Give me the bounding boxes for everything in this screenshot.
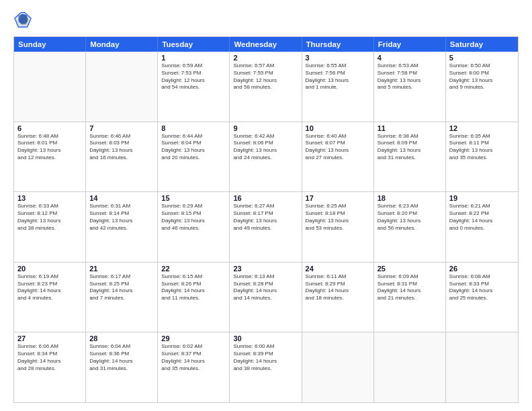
day-number: 15 xyxy=(161,194,226,202)
cell-info: Sunrise: 6:46 AM Sunset: 8:03 PM Dayligh… xyxy=(89,133,154,162)
calendar-row: 27Sunrise: 6:06 AM Sunset: 8:34 PM Dayli… xyxy=(14,332,518,402)
calendar-cell: 23Sunrise: 6:13 AM Sunset: 8:28 PM Dayli… xyxy=(230,263,302,332)
weekday-header: Sunday xyxy=(14,37,86,52)
calendar-header: SundayMondayTuesdayWednesdayThursdayFrid… xyxy=(14,37,518,52)
cell-info: Sunrise: 6:00 AM Sunset: 8:39 PM Dayligh… xyxy=(233,343,298,372)
day-number: 30 xyxy=(233,334,298,342)
weekday-header: Friday xyxy=(374,37,446,52)
calendar-cell: 18Sunrise: 6:23 AM Sunset: 8:20 PM Dayli… xyxy=(374,192,446,262)
cell-info: Sunrise: 6:57 AM Sunset: 7:55 PM Dayligh… xyxy=(233,62,298,91)
cell-info: Sunrise: 6:19 AM Sunset: 8:23 PM Dayligh… xyxy=(17,273,82,302)
cell-info: Sunrise: 6:09 AM Sunset: 8:31 PM Dayligh… xyxy=(378,273,442,302)
cell-info: Sunrise: 6:08 AM Sunset: 8:33 PM Dayligh… xyxy=(449,273,515,302)
calendar-cell: 24Sunrise: 6:11 AM Sunset: 8:29 PM Dayli… xyxy=(302,263,374,332)
header xyxy=(13,11,519,30)
calendar-cell: 29Sunrise: 6:02 AM Sunset: 8:37 PM Dayli… xyxy=(158,332,230,402)
day-number: 25 xyxy=(378,265,442,273)
cell-info: Sunrise: 6:59 AM Sunset: 7:53 PM Dayligh… xyxy=(161,62,226,91)
day-number: 24 xyxy=(306,265,370,273)
cell-info: Sunrise: 6:04 AM Sunset: 8:36 PM Dayligh… xyxy=(89,343,154,372)
day-number: 7 xyxy=(89,124,154,132)
calendar-cell: 10Sunrise: 6:40 AM Sunset: 8:07 PM Dayli… xyxy=(302,122,374,192)
day-number: 28 xyxy=(89,334,154,342)
calendar-row: 20Sunrise: 6:19 AM Sunset: 8:23 PM Dayli… xyxy=(14,262,518,332)
cell-info: Sunrise: 6:21 AM Sunset: 8:22 PM Dayligh… xyxy=(449,203,515,232)
day-number: 26 xyxy=(449,265,515,273)
day-number: 4 xyxy=(378,54,442,62)
day-number: 3 xyxy=(306,54,370,62)
calendar-cell: 3Sunrise: 6:55 AM Sunset: 7:56 PM Daylig… xyxy=(302,52,374,122)
calendar-cell: 9Sunrise: 6:42 AM Sunset: 8:06 PM Daylig… xyxy=(230,122,302,192)
day-number: 1 xyxy=(161,54,226,62)
calendar-cell: 30Sunrise: 6:00 AM Sunset: 8:39 PM Dayli… xyxy=(230,332,302,402)
calendar-cell: 13Sunrise: 6:33 AM Sunset: 8:12 PM Dayli… xyxy=(14,192,86,262)
cell-info: Sunrise: 6:50 AM Sunset: 8:00 PM Dayligh… xyxy=(449,62,515,91)
calendar-cell xyxy=(86,52,158,122)
calendar-cell xyxy=(446,332,518,402)
cell-info: Sunrise: 6:15 AM Sunset: 8:26 PM Dayligh… xyxy=(161,273,226,302)
weekday-header: Wednesday xyxy=(230,37,302,52)
calendar-cell: 14Sunrise: 6:31 AM Sunset: 8:14 PM Dayli… xyxy=(86,192,158,262)
cell-info: Sunrise: 6:55 AM Sunset: 7:56 PM Dayligh… xyxy=(306,62,370,91)
day-number: 18 xyxy=(378,194,442,202)
day-number: 29 xyxy=(161,334,226,342)
day-number: 21 xyxy=(89,265,154,273)
cell-info: Sunrise: 6:42 AM Sunset: 8:06 PM Dayligh… xyxy=(233,133,298,162)
cell-info: Sunrise: 6:02 AM Sunset: 8:37 PM Dayligh… xyxy=(161,343,226,372)
calendar: SundayMondayTuesdayWednesdayThursdayFrid… xyxy=(13,36,519,403)
calendar-cell: 25Sunrise: 6:09 AM Sunset: 8:31 PM Dayli… xyxy=(374,263,446,332)
cell-info: Sunrise: 6:38 AM Sunset: 8:09 PM Dayligh… xyxy=(378,133,442,162)
weekday-header: Saturday xyxy=(446,37,518,52)
day-number: 11 xyxy=(378,124,442,132)
cell-info: Sunrise: 6:17 AM Sunset: 8:25 PM Dayligh… xyxy=(89,273,154,302)
day-number: 22 xyxy=(161,265,226,273)
calendar-cell: 7Sunrise: 6:46 AM Sunset: 8:03 PM Daylig… xyxy=(86,122,158,192)
calendar-cell: 27Sunrise: 6:06 AM Sunset: 8:34 PM Dayli… xyxy=(14,332,86,402)
weekday-header: Tuesday xyxy=(158,37,230,52)
day-number: 9 xyxy=(233,124,298,132)
cell-info: Sunrise: 6:11 AM Sunset: 8:29 PM Dayligh… xyxy=(306,273,370,302)
calendar-cell: 12Sunrise: 6:35 AM Sunset: 8:11 PM Dayli… xyxy=(446,122,518,192)
calendar-cell: 16Sunrise: 6:27 AM Sunset: 8:17 PM Dayli… xyxy=(230,192,302,262)
calendar-cell: 20Sunrise: 6:19 AM Sunset: 8:23 PM Dayli… xyxy=(14,263,86,332)
logo-icon xyxy=(13,11,32,30)
calendar-row: 1Sunrise: 6:59 AM Sunset: 7:53 PM Daylig… xyxy=(14,52,518,122)
cell-info: Sunrise: 6:40 AM Sunset: 8:07 PM Dayligh… xyxy=(306,133,370,162)
cell-info: Sunrise: 6:33 AM Sunset: 8:12 PM Dayligh… xyxy=(17,203,82,232)
calendar-row: 6Sunrise: 6:48 AM Sunset: 8:01 PM Daylig… xyxy=(14,122,518,192)
calendar-cell xyxy=(374,332,446,402)
calendar-cell: 8Sunrise: 6:44 AM Sunset: 8:04 PM Daylig… xyxy=(158,122,230,192)
day-number: 13 xyxy=(17,194,82,202)
calendar-body: 1Sunrise: 6:59 AM Sunset: 7:53 PM Daylig… xyxy=(14,52,518,402)
calendar-cell xyxy=(14,52,86,122)
cell-info: Sunrise: 6:06 AM Sunset: 8:34 PM Dayligh… xyxy=(17,343,82,372)
calendar-cell: 17Sunrise: 6:25 AM Sunset: 8:18 PM Dayli… xyxy=(302,192,374,262)
day-number: 20 xyxy=(17,265,82,273)
cell-info: Sunrise: 6:27 AM Sunset: 8:17 PM Dayligh… xyxy=(233,203,298,232)
cell-info: Sunrise: 6:31 AM Sunset: 8:14 PM Dayligh… xyxy=(89,203,154,232)
day-number: 27 xyxy=(17,334,82,342)
cell-info: Sunrise: 6:44 AM Sunset: 8:04 PM Dayligh… xyxy=(161,133,226,162)
day-number: 5 xyxy=(449,54,515,62)
weekday-header: Thursday xyxy=(302,37,374,52)
day-number: 6 xyxy=(17,124,82,132)
day-number: 16 xyxy=(233,194,298,202)
cell-info: Sunrise: 6:13 AM Sunset: 8:28 PM Dayligh… xyxy=(233,273,298,302)
cell-info: Sunrise: 6:29 AM Sunset: 8:15 PM Dayligh… xyxy=(161,203,226,232)
calendar-cell: 19Sunrise: 6:21 AM Sunset: 8:22 PM Dayli… xyxy=(446,192,518,262)
calendar-cell: 5Sunrise: 6:50 AM Sunset: 8:00 PM Daylig… xyxy=(446,52,518,122)
page: SundayMondayTuesdayWednesdayThursdayFrid… xyxy=(0,0,532,411)
cell-info: Sunrise: 6:53 AM Sunset: 7:58 PM Dayligh… xyxy=(378,62,442,91)
calendar-cell: 4Sunrise: 6:53 AM Sunset: 7:58 PM Daylig… xyxy=(374,52,446,122)
calendar-cell: 2Sunrise: 6:57 AM Sunset: 7:55 PM Daylig… xyxy=(230,52,302,122)
cell-info: Sunrise: 6:48 AM Sunset: 8:01 PM Dayligh… xyxy=(17,133,82,162)
calendar-cell: 21Sunrise: 6:17 AM Sunset: 8:25 PM Dayli… xyxy=(86,263,158,332)
calendar-cell: 22Sunrise: 6:15 AM Sunset: 8:26 PM Dayli… xyxy=(158,263,230,332)
cell-info: Sunrise: 6:25 AM Sunset: 8:18 PM Dayligh… xyxy=(306,203,370,232)
calendar-cell: 1Sunrise: 6:59 AM Sunset: 7:53 PM Daylig… xyxy=(158,52,230,122)
cell-info: Sunrise: 6:23 AM Sunset: 8:20 PM Dayligh… xyxy=(378,203,442,232)
day-number: 19 xyxy=(449,194,515,202)
calendar-cell: 6Sunrise: 6:48 AM Sunset: 8:01 PM Daylig… xyxy=(14,122,86,192)
calendar-cell xyxy=(302,332,374,402)
day-number: 8 xyxy=(161,124,226,132)
